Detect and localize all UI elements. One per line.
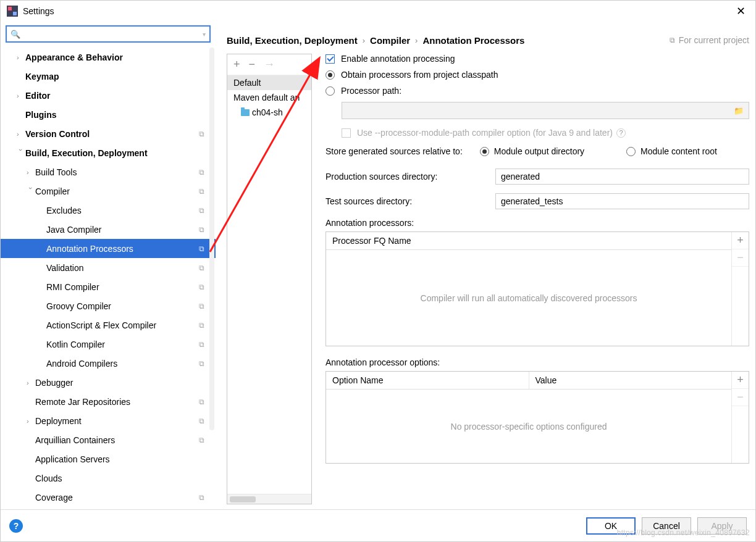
nav-build-tools[interactable]: ›Build Tools⧉ bbox=[1, 162, 216, 181]
overlay-icon: ⧉ bbox=[199, 264, 204, 272]
nav-rmi[interactable]: RMI Compiler⧉ bbox=[1, 277, 216, 296]
search-input[interactable] bbox=[23, 30, 203, 39]
overlay-icon: ⧉ bbox=[199, 359, 204, 368]
options-table: Option Name Value No processor-specific … bbox=[326, 371, 749, 464]
nav-validation[interactable]: Validation⧉ bbox=[1, 258, 216, 277]
enable-annotation-checkbox[interactable] bbox=[326, 54, 335, 64]
nav-appearance[interactable]: ›Appearance & Behavior bbox=[1, 48, 216, 67]
browse-folder-icon: 📁 bbox=[734, 106, 744, 115]
overlay-icon: ⧉ bbox=[199, 398, 204, 406]
nav-appservers[interactable]: Application Servers bbox=[1, 449, 216, 469]
processor-path-label: Processor path: bbox=[341, 86, 401, 96]
profile-maven[interactable]: Maven default an bbox=[227, 90, 311, 105]
help-button[interactable]: ? bbox=[9, 519, 23, 533]
for-current-project: ⧉ For current project bbox=[670, 35, 749, 45]
profile-default[interactable]: Default bbox=[227, 75, 311, 90]
overlay-icon: ⧉ bbox=[199, 244, 204, 253]
prod-dir-label: Production sources directory: bbox=[326, 172, 495, 181]
overlay-icon: ⧉ bbox=[199, 283, 204, 291]
store-label: Store generated sources relative to: bbox=[326, 146, 463, 156]
obtain-classpath-label: Obtain processors from project classpath bbox=[341, 70, 498, 80]
overlay-icon: ⧉ bbox=[199, 168, 204, 177]
nav-kotlin[interactable]: Kotlin Compiler⧉ bbox=[1, 335, 216, 354]
svg-rect-1 bbox=[8, 7, 12, 10]
nav-bed[interactable]: ›Build, Execution, Deployment bbox=[1, 143, 216, 162]
processors-empty-text: Compiler will run all automatically disc… bbox=[326, 250, 731, 346]
overlay-icon: ⧉ bbox=[199, 417, 204, 425]
search-icon: 🔍 bbox=[10, 30, 20, 39]
nav-keymap[interactable]: Keymap bbox=[1, 67, 216, 86]
nav-asflex[interactable]: ActionScript & Flex Compiler⧉ bbox=[1, 315, 216, 335]
breadcrumb-bed[interactable]: Build, Execution, Deployment bbox=[227, 35, 358, 46]
watermark: https://blog.csdn.net/weixin_40897632 bbox=[617, 528, 750, 537]
nav-clouds[interactable]: Clouds bbox=[1, 469, 216, 488]
chevron-right-icon: › bbox=[363, 36, 365, 45]
overlay-icon: ⧉ bbox=[199, 130, 204, 138]
remove-processor-button[interactable]: − bbox=[732, 249, 749, 267]
processor-path-radio[interactable] bbox=[326, 86, 335, 96]
module-content-label: Module content root bbox=[640, 146, 717, 156]
remove-option-button[interactable]: − bbox=[732, 389, 749, 406]
overlay-icon: ⧉ bbox=[199, 187, 204, 196]
breadcrumb-current: Annotation Processors bbox=[422, 35, 524, 46]
nav-annotation-processors[interactable]: Annotation Processors⧉ bbox=[1, 239, 216, 258]
overlay-icon: ⧉ bbox=[199, 225, 204, 234]
app-icon bbox=[7, 6, 18, 17]
obtain-classpath-radio[interactable] bbox=[326, 70, 335, 80]
test-dir-label: Test sources directory: bbox=[326, 196, 495, 206]
profile-panel: + − → Default Maven default an ch04-sh bbox=[227, 54, 312, 504]
nav-coverage[interactable]: Coverage⧉ bbox=[1, 488, 216, 507]
overlay-icon: ⧉ bbox=[199, 340, 204, 349]
profile-child[interactable]: ch04-sh bbox=[227, 105, 311, 120]
enable-annotation-label: Enable annotation processing bbox=[341, 54, 455, 64]
nav-plugins[interactable]: Plugins bbox=[1, 105, 216, 124]
option-name-header: Option Name bbox=[326, 372, 529, 389]
module-content-radio[interactable] bbox=[626, 147, 636, 156]
nav-debugger[interactable]: ›Debugger bbox=[1, 373, 216, 392]
overlay-icon: ⧉ bbox=[199, 436, 204, 444]
nav-android[interactable]: Android Compilers⧉ bbox=[1, 354, 216, 373]
nav-remote-jar[interactable]: Remote Jar Repositories⧉ bbox=[1, 392, 216, 411]
overlay-icon: ⧉ bbox=[199, 206, 204, 215]
add-processor-button[interactable]: + bbox=[732, 232, 749, 249]
processor-options-label: Annotation processor options: bbox=[326, 357, 749, 367]
proc-fq-header: Processor FQ Name bbox=[326, 232, 731, 249]
module-output-radio[interactable] bbox=[480, 147, 489, 156]
nav-deployment[interactable]: ›Deployment⧉ bbox=[1, 411, 216, 430]
options-empty-text: No processor-specific options configured bbox=[326, 390, 731, 463]
overlay-icon: ⧉ bbox=[199, 302, 204, 311]
window-title: Settings bbox=[23, 6, 54, 16]
nav-editor[interactable]: ›Editor bbox=[1, 86, 216, 105]
chevron-right-icon: › bbox=[415, 36, 418, 45]
search-input-wrap[interactable]: 🔍 ▾ bbox=[6, 25, 211, 43]
prod-dir-input[interactable] bbox=[495, 169, 749, 185]
add-profile-button[interactable]: + bbox=[233, 58, 240, 71]
nav-excludes[interactable]: Excludes⧉ bbox=[1, 201, 216, 220]
nav-arquillian[interactable]: Arquillian Containers⧉ bbox=[1, 430, 216, 449]
search-caret-icon: ▾ bbox=[203, 31, 206, 38]
add-option-button[interactable]: + bbox=[732, 372, 749, 389]
folder-icon bbox=[241, 109, 250, 116]
close-icon[interactable]: ✕ bbox=[733, 4, 749, 18]
overlay-icon: ⧉ bbox=[199, 493, 204, 502]
svg-rect-2 bbox=[13, 12, 17, 15]
nav-compiler[interactable]: ›Compiler⧉ bbox=[1, 181, 216, 201]
profile-hscrollbar[interactable] bbox=[227, 494, 311, 504]
nav-java-compiler[interactable]: Java Compiler⧉ bbox=[1, 220, 216, 239]
sidebar-scrollbar[interactable] bbox=[209, 48, 214, 430]
module-output-label: Module output directory bbox=[494, 146, 584, 156]
annotation-processors-label: Annotation processors: bbox=[326, 218, 749, 228]
processors-table: Processor FQ Name Compiler will run all … bbox=[326, 231, 749, 346]
module-path-checkbox bbox=[342, 128, 351, 138]
processor-path-input: 📁 bbox=[342, 102, 749, 119]
help-icon[interactable]: ? bbox=[616, 128, 626, 138]
module-path-label: Use --processor-module-path compiler opt… bbox=[357, 128, 613, 138]
overlay-icon: ⧉ bbox=[199, 321, 204, 330]
nav-vcs[interactable]: ›Version Control⧉ bbox=[1, 124, 216, 143]
test-dir-input[interactable] bbox=[495, 193, 749, 209]
move-profile-button: → bbox=[264, 58, 275, 71]
remove-profile-button[interactable]: − bbox=[249, 58, 256, 71]
nav-groovy[interactable]: Groovy Compiler⧉ bbox=[1, 296, 216, 315]
overlay-icon: ⧉ bbox=[670, 36, 675, 44]
breadcrumb-compiler[interactable]: Compiler bbox=[370, 35, 410, 46]
